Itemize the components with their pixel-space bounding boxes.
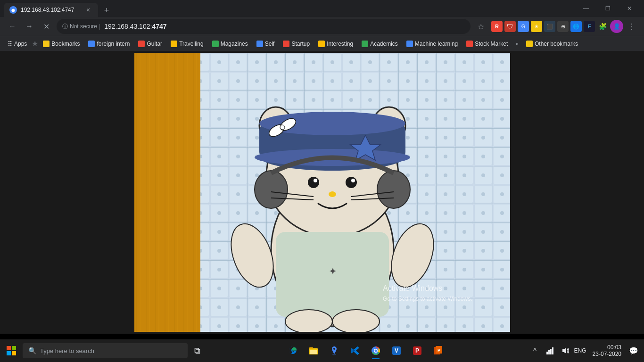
powerpoint-taskbar-icon[interactable]: P [429, 341, 447, 360]
bookmark-travelling[interactable]: Travelling [167, 40, 207, 48]
ext-icon-1[interactable]: R [491, 21, 503, 32]
language-label[interactable]: ENG [574, 344, 587, 357]
svg-text:✦: ✦ [329, 267, 336, 276]
minimize-button[interactable]: — [575, 0, 597, 17]
profile-button[interactable]: 👤 [610, 20, 623, 33]
nav-right-icons: R 🛡 G ☀ ⬛ ⊕ 🌐 F 🧩 👤 ⋮ [491, 20, 638, 33]
svg-rect-44 [12, 351, 16, 355]
forward-button[interactable]: → [23, 20, 36, 33]
bookmark-favicon-self [256, 41, 263, 47]
svg-text:V: V [395, 347, 398, 354]
volume-icon[interactable] [559, 344, 572, 357]
edge-taskbar-icon[interactable] [283, 341, 302, 360]
svg-rect-3 [134, 53, 200, 332]
back-button[interactable]: ← [6, 20, 19, 33]
ext-icon-4[interactable]: ☀ [531, 21, 542, 32]
chrome-taskbar-icon[interactable] [366, 341, 385, 360]
svg-point-52 [375, 350, 377, 352]
active-tab[interactable]: ⬤ 192.168.43.102:4747 × [4, 3, 98, 17]
ext-icon-8[interactable]: F [584, 21, 595, 32]
svg-rect-47 [310, 350, 317, 354]
search-icon: 🔍 [28, 347, 36, 354]
apps-button[interactable]: ⠿ Apps [4, 39, 31, 49]
bookmark-favicon-stock-market [466, 41, 473, 47]
bookmark-favicon-other [526, 41, 533, 47]
apps-grid-icon: ⠿ [8, 40, 12, 48]
tab-title: 192.168.43.102:4747 [21, 7, 80, 13]
bookmark-academics[interactable]: Academics [358, 40, 402, 48]
reload-button[interactable]: ✕ [40, 20, 53, 33]
bookmark-favicon-foreign-intern [88, 41, 95, 47]
page-image: ✦ Activate Windows Go to Settings to act… [134, 53, 510, 332]
bookmark-machine-learning[interactable]: Machine learning [403, 40, 462, 48]
separator: | [99, 23, 100, 30]
svg-text:P: P [415, 347, 419, 354]
tab-close-button[interactable]: × [84, 6, 92, 14]
svg-rect-61 [548, 350, 550, 354]
taskbar-search-box[interactable]: 🔍 Type here to search [23, 343, 188, 358]
bookmark-magazines[interactable]: Magazines [208, 40, 252, 48]
taskbar-icons-area: V P P [206, 341, 525, 360]
vscode-taskbar-icon[interactable] [346, 341, 364, 360]
bookmark-star-button[interactable]: ☆ [474, 20, 487, 33]
svg-rect-63 [552, 347, 553, 354]
bookmark-self[interactable]: Self [253, 40, 279, 48]
bookmark-other[interactable]: Other bookmarks [522, 40, 582, 48]
bookmark-favicon-magazines [212, 41, 219, 47]
taskbar: 🔍 Type here to search ⧉ [0, 339, 644, 362]
app7-taskbar-icon[interactable]: V [387, 341, 406, 360]
bookmarks-more-button[interactable]: » [512, 40, 521, 48]
navigation-bar: ← → ✕ ⓘ Not secure | 192.168.43.102:4747… [0, 17, 644, 36]
bookmark-guitar[interactable]: Guitar [134, 40, 166, 48]
bookmark-startup[interactable]: Startup [279, 40, 314, 48]
bookmark-bookmarks[interactable]: Bookmarks [39, 40, 83, 48]
system-clock[interactable]: 00:03 23-07-2020 [589, 342, 625, 359]
svg-rect-62 [550, 349, 552, 354]
extensions-button[interactable]: 🧩 [597, 21, 608, 32]
task-view-button[interactable]: ⧉ [188, 341, 206, 360]
bookmark-interesting[interactable]: Interesting [314, 40, 357, 48]
new-tab-button[interactable]: + [100, 4, 113, 17]
not-secure-indicator: ⓘ Not secure | [62, 23, 100, 31]
tray-chevron[interactable]: ^ [528, 344, 542, 357]
svg-text:P: P [438, 348, 440, 353]
file-explorer-taskbar-icon[interactable] [304, 341, 323, 360]
maximize-button[interactable]: ❐ [597, 0, 619, 17]
activate-windows-subtitle: Go to Settings to activate Windows. [383, 295, 472, 304]
bookmarks-bar: ⠿ Apps ★ Bookmarks foreign intern Guitar… [0, 36, 644, 51]
ext-icon-6[interactable]: ⊕ [557, 21, 569, 32]
svg-rect-60 [546, 352, 548, 354]
ext-icon-5[interactable]: ⬛ [544, 21, 555, 32]
apps-label: Apps [14, 41, 27, 47]
svg-point-40 [332, 310, 380, 332]
network-icon[interactable] [544, 344, 557, 357]
address-bar[interactable]: ⓘ Not secure | 192.168.43.102:4747 [57, 19, 471, 34]
main-content: ✦ Activate Windows Go to Settings to act… [0, 51, 644, 334]
activate-windows-watermark: Activate Windows Go to Settings to activ… [383, 282, 472, 304]
clock-date: 23-07-2020 [593, 351, 621, 357]
maps-taskbar-icon[interactable] [325, 341, 344, 360]
bookmark-foreign-intern[interactable]: foreign intern [84, 40, 133, 48]
bookmark-favicon-startup [283, 41, 289, 47]
svg-rect-42 [12, 346, 16, 350]
svg-marker-64 [562, 348, 566, 354]
start-button[interactable] [0, 339, 23, 362]
title-bar: ⬤ 192.168.43.102:4747 × + — ❐ ✕ [0, 0, 644, 17]
ext-icon-2[interactable]: 🛡 [504, 21, 516, 32]
svg-point-23 [308, 177, 319, 188]
svg-point-21 [255, 171, 288, 208]
close-button[interactable]: ✕ [619, 0, 640, 17]
ext-icon-3[interactable]: G [518, 21, 529, 32]
ext-icon-7[interactable]: 🌐 [570, 21, 582, 32]
window-controls: — ❐ ✕ [575, 0, 640, 17]
bookmark-favicon-bookmarks [43, 41, 50, 47]
bookmark-favicon-academics [362, 41, 368, 47]
notification-button[interactable]: 💬 [627, 344, 640, 357]
svg-point-24 [346, 177, 357, 188]
not-secure-label: Not secure [70, 23, 97, 30]
app8-taskbar-icon[interactable]: P [408, 341, 427, 360]
tab-favicon: ⬤ [9, 6, 17, 14]
clock-time: 00:03 [593, 344, 621, 351]
bookmark-stock-market[interactable]: Stock Market [462, 40, 512, 48]
chrome-menu-button[interactable]: ⋮ [625, 20, 638, 33]
